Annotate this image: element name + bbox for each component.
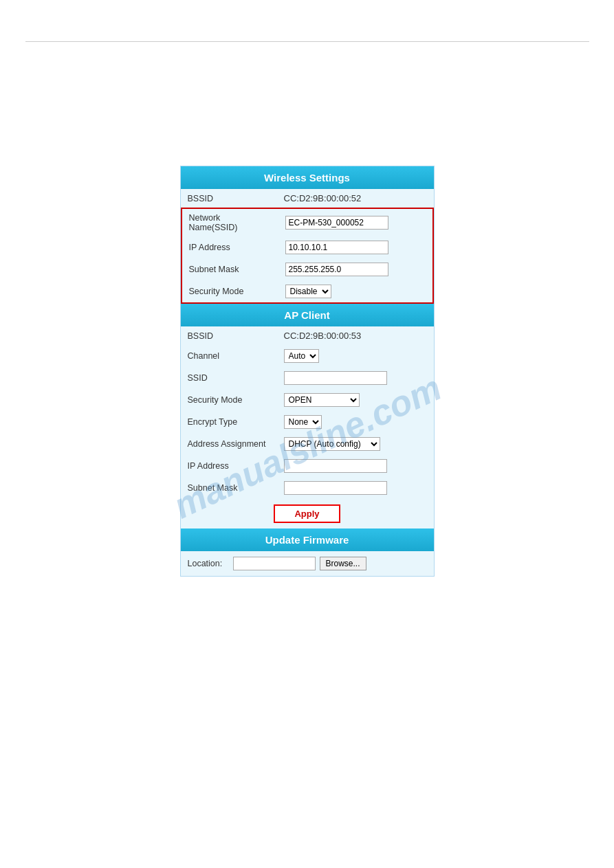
wireless-subnet-mask-input[interactable]: [285, 263, 388, 276]
ap-ssid-label: SSID: [181, 367, 277, 389]
ap-address-assignment-row: Address Assignment DHCP (Auto config) St…: [181, 433, 434, 455]
ap-channel-row: Channel Auto 123 456: [181, 345, 434, 367]
wireless-security-mode-select[interactable]: Disable WEP WPA WPA2: [285, 285, 331, 298]
ap-ip-address-row: IP Address: [181, 455, 434, 477]
firmware-location-input[interactable]: [233, 557, 316, 570]
ap-channel-select[interactable]: Auto 123 456: [284, 349, 319, 363]
apply-button[interactable]: Apply: [274, 504, 340, 523]
ap-ssid-row: SSID: [181, 367, 434, 389]
ap-client-section: AP Client BSSID CC:D2:9B:00:00:53 Channe…: [181, 304, 434, 528]
firmware-location-row: Location: Browse...: [181, 551, 434, 576]
wireless-settings-section: Wireless Settings BSSID CC:D2:9B:00:00:5…: [181, 166, 434, 304]
ap-subnet-mask-label: Subnet Mask: [181, 477, 277, 499]
firmware-location-label: Location:: [188, 559, 229, 568]
ap-bssid-row: BSSID CC:D2:9B:00:00:53: [181, 326, 434, 345]
wireless-ip-address-row: IP Address: [182, 236, 432, 258]
firmware-header: Update Firmware: [181, 528, 434, 551]
firmware-browse-button[interactable]: Browse...: [320, 557, 366, 570]
wireless-bssid-value: CC:D2:9B:00:00:52: [277, 189, 434, 208]
wireless-network-name-input[interactable]: [285, 216, 388, 230]
wireless-settings-header: Wireless Settings: [181, 166, 434, 189]
ap-security-mode-row: Security Mode OPEN WEP WPA WPA2: [181, 389, 434, 411]
ap-subnet-mask-row: Subnet Mask: [181, 477, 434, 499]
ap-encrypt-type-label: Encrypt Type: [181, 411, 277, 433]
wireless-network-name-label: Network Name(SSID): [182, 209, 278, 236]
wireless-security-mode-label: Security Mode: [182, 280, 278, 302]
update-firmware-section: Update Firmware Location: Browse...: [181, 528, 434, 576]
ap-security-mode-select[interactable]: OPEN WEP WPA WPA2: [284, 393, 360, 407]
wireless-bssid-row: BSSID CC:D2:9B:00:00:52: [181, 189, 434, 208]
ap-ip-address-label: IP Address: [181, 455, 277, 477]
ap-security-mode-label: Security Mode: [181, 389, 277, 411]
ap-client-header: AP Client: [181, 304, 434, 326]
ap-channel-label: Channel: [181, 345, 277, 367]
ap-ssid-input[interactable]: [284, 371, 387, 385]
ap-bssid-label: BSSID: [181, 326, 277, 345]
wireless-network-name-row: Network Name(SSID): [182, 209, 432, 236]
ap-subnet-mask-input[interactable]: [284, 481, 387, 495]
wireless-security-mode-row: Security Mode Disable WEP WPA WPA2: [182, 280, 432, 302]
ap-encrypt-type-row: Encrypt Type None WEP AES TKIP: [181, 411, 434, 433]
wireless-ip-address-input[interactable]: [285, 241, 388, 254]
wireless-subnet-mask-label: Subnet Mask: [182, 258, 278, 280]
wireless-bssid-label: BSSID: [181, 189, 277, 208]
apply-row: Apply: [181, 499, 434, 528]
wireless-subnet-mask-row: Subnet Mask: [182, 258, 432, 280]
ap-bssid-value: CC:D2:9B:00:00:53: [277, 326, 434, 345]
ap-address-assignment-label: Address Assignment: [181, 433, 277, 455]
ap-address-assignment-select[interactable]: DHCP (Auto config) Static: [284, 437, 380, 451]
wireless-ip-address-label: IP Address: [182, 236, 278, 258]
ap-ip-address-input[interactable]: [284, 459, 387, 473]
ap-encrypt-type-select[interactable]: None WEP AES TKIP: [284, 415, 322, 429]
